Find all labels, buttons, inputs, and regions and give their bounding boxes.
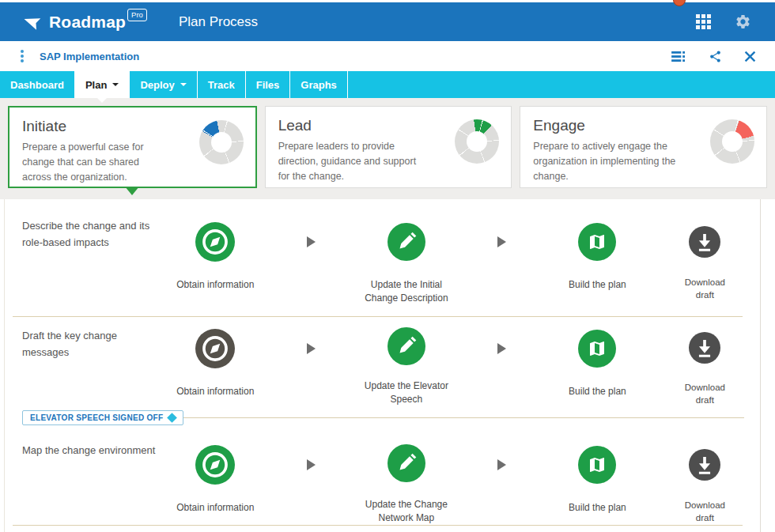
step-download-draft[interactable]: Download draft: [650, 435, 760, 525]
flow-arrow-cell: [268, 212, 354, 316]
step-obtain-information[interactable]: Obtain information: [163, 435, 268, 525]
arrow-right-icon: [307, 236, 316, 247]
flow-arrow-cell: [459, 319, 545, 406]
chevron-down-icon: [180, 83, 187, 86]
apps-grid-icon[interactable]: [696, 14, 711, 29]
step-build-plan[interactable]: Build the plan: [545, 212, 650, 316]
tab-deploy[interactable]: Deploy: [130, 71, 197, 98]
project-toolbar: SAP Implementation: [0, 41, 775, 71]
flow-arrow-cell: [459, 435, 545, 525]
tab-label: Plan: [85, 79, 107, 91]
step-label: Obtain information: [176, 385, 254, 398]
step-label: Download draft: [679, 276, 731, 301]
tab-label: Files: [256, 79, 280, 91]
step-update-network-map[interactable]: Update the Change Network Map: [354, 435, 459, 525]
download-icon: [689, 332, 720, 364]
row-divider: [13, 525, 743, 526]
phase-description: Prepare leaders to provide direction, gu…: [278, 139, 424, 183]
chevron-down-icon: [112, 83, 119, 86]
arrow-right-icon: [497, 459, 506, 470]
process-row: Describe the change and its role-based i…: [5, 199, 760, 316]
tab-track[interactable]: Track: [198, 71, 246, 98]
step-label: Build the plan: [569, 501, 626, 515]
map-icon: [578, 223, 616, 261]
step-label: Update the Elevator Speech: [354, 379, 459, 406]
tab-files[interactable]: Files: [246, 71, 291, 98]
flow-arrow-cell: [459, 212, 545, 316]
flow-arrow-cell: [268, 319, 354, 406]
step-obtain-information[interactable]: Obtain information: [163, 212, 268, 316]
app-window: Roadmap Pro Plan Process SAP Implementat…: [0, 0, 775, 532]
tab-graphs[interactable]: Graphs: [290, 71, 348, 98]
step-label: Download draft: [679, 499, 731, 524]
share-icon[interactable]: [709, 50, 722, 63]
download-icon: [689, 449, 720, 481]
close-icon[interactable]: [744, 51, 756, 62]
step-build-plan[interactable]: Build the plan: [545, 435, 650, 525]
progress-donut-chart: [199, 120, 244, 164]
step-label: Obtain information: [176, 501, 254, 515]
phase-card-initiate[interactable]: Initiate Prepare a powerful case for cha…: [8, 106, 257, 188]
phase-description: Prepare a powerful case for change that …: [22, 140, 168, 184]
step-download-draft[interactable]: Download draft: [650, 319, 760, 406]
list-view-icon[interactable]: [671, 51, 686, 62]
tab-label: Dashboard: [10, 79, 64, 91]
tab-dashboard[interactable]: Dashboard: [0, 71, 75, 98]
selected-phase-pointer: [125, 187, 139, 195]
step-build-plan[interactable]: Build the plan: [545, 319, 650, 406]
tab-bar: Dashboard Plan Deploy Track Files Graphs: [0, 71, 775, 98]
step-label: Build the plan: [569, 385, 626, 398]
progress-donut-chart: [455, 119, 499, 164]
compass-icon: [195, 222, 235, 262]
arrow-right-icon: [497, 343, 506, 354]
step-label: Update the Change Network Map: [354, 498, 459, 525]
tab-label: Graphs: [301, 79, 337, 91]
pencil-icon: [388, 444, 425, 482]
phase-card-engage[interactable]: Engage Prepare to actively engage the or…: [520, 106, 767, 188]
process-row-title: Map the change environment: [22, 443, 163, 459]
arrow-right-icon: [497, 236, 506, 247]
phase-description: Prepare to actively engage the organizat…: [533, 139, 679, 183]
pencil-icon: [388, 327, 425, 365]
step-download-draft[interactable]: Download draft: [650, 212, 760, 316]
process-row: Draft the key change messages Obtain inf…: [5, 317, 760, 406]
process-row: Map the change environment Obtain inform…: [5, 428, 760, 525]
navigation-arrow-icon: [22, 12, 42, 32]
step-update-description[interactable]: Update the Initial Change Description: [354, 212, 459, 316]
project-title: SAP Implementation: [40, 51, 139, 62]
map-icon: [578, 446, 616, 484]
compass-icon: [195, 329, 235, 368]
step-label: Update the Initial Change Description: [354, 278, 459, 305]
arrow-right-icon: [307, 343, 316, 354]
page-title: Plan Process: [179, 14, 258, 30]
milestone-row: ELEVATOR SPEECH SIGNED OFF: [5, 406, 760, 428]
settings-gear-icon[interactable]: [735, 13, 751, 30]
step-obtain-information[interactable]: Obtain information: [163, 319, 268, 406]
milestone-badge[interactable]: ELEVATOR SPEECH SIGNED OFF: [22, 410, 183, 425]
compass-icon: [195, 445, 235, 485]
milestone-line: [183, 417, 744, 418]
process-row-title: Draft the key change messages: [22, 328, 163, 361]
milestone-label: ELEVATOR SPEECH SIGNED OFF: [30, 413, 163, 422]
pencil-icon: [388, 223, 425, 261]
active-tab-pointer: [97, 98, 107, 103]
milestone-diamond-icon: [168, 413, 178, 423]
flow-arrow-cell: [268, 435, 354, 525]
brand-name: Roadmap: [49, 13, 126, 32]
process-row-title: Describe the change and its role-based i…: [22, 218, 163, 251]
map-icon: [578, 330, 616, 368]
step-label: Download draft: [679, 381, 731, 406]
app-header: Roadmap Pro Plan Process: [0, 2, 775, 41]
process-panel: Describe the change and its role-based i…: [4, 199, 761, 532]
step-label: Build the plan: [569, 278, 626, 292]
kebab-menu-icon[interactable]: [19, 47, 25, 66]
arrow-right-icon: [307, 459, 316, 470]
step-update-elevator-speech[interactable]: Update the Elevator Speech: [354, 319, 459, 406]
download-icon: [689, 226, 720, 258]
progress-donut-chart: [710, 119, 754, 164]
tab-label: Deploy: [140, 79, 174, 91]
tab-plan[interactable]: Plan: [75, 71, 130, 98]
phase-card-lead[interactable]: Lead Prepare leaders to provide directio…: [265, 106, 512, 188]
phase-cards-section: Initiate Prepare a powerful case for cha…: [0, 98, 775, 199]
step-label: Obtain information: [176, 278, 254, 292]
